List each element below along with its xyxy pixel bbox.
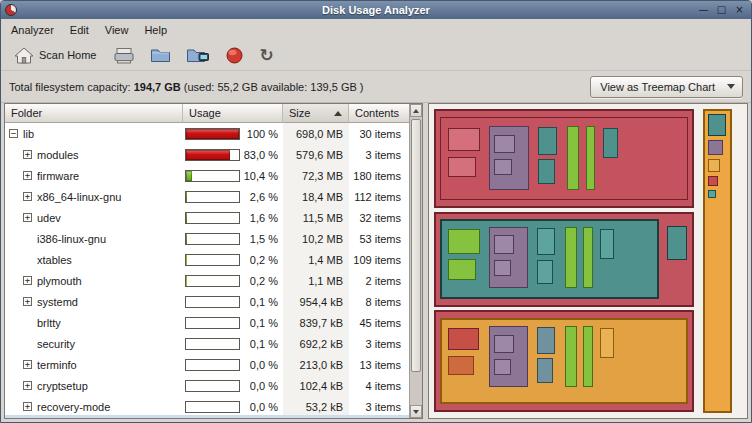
treemap-rect[interactable] [586,126,596,190]
view-as-select[interactable]: View as Treemap Chart [590,76,743,98]
treemap-rect[interactable] [494,359,511,375]
usage-bar [185,338,240,350]
folder-icon [150,47,171,63]
expander-icon[interactable]: + [23,213,32,222]
treemap-rect[interactable] [708,140,723,155]
size-cell: 692,2 kB [283,333,349,354]
table-row[interactable]: +cryptsetup0,0 %102,4 kB4 items [5,375,409,396]
treemap-rect[interactable] [494,260,511,276]
usage-percent: 0,2 % [240,275,278,287]
usage-bar [185,275,240,287]
treemap-rect[interactable] [448,157,476,177]
maximize-button[interactable]: □ [714,3,729,17]
menu-item-analyzer[interactable]: Analyzer [3,21,62,39]
treemap-rect[interactable] [708,190,717,198]
size-cell: 213,0 kB [283,354,349,375]
table-row[interactable]: i386-linux-gnu1,5 %10,2 MB53 items [5,228,409,249]
usage-percent: 1,6 % [240,212,278,224]
table-row[interactable]: xtables0,2 %1,4 MB109 items [5,249,409,270]
column-header-contents[interactable]: Contents [349,104,409,123]
treemap-canvas[interactable] [434,109,742,413]
treemap-rect[interactable] [603,128,617,158]
minimize-button[interactable]: — [696,3,711,17]
treemap-rect[interactable] [494,159,511,175]
folder-name: udev [37,212,61,224]
expander-icon[interactable]: − [9,129,18,138]
menu-item-edit[interactable]: Edit [62,21,97,39]
treemap-rect[interactable] [537,327,555,354]
treemap-rect[interactable] [448,328,479,350]
table-row[interactable]: brltty0,1 %839,7 kB45 items [5,312,409,333]
usage-bar [185,317,240,329]
table-row[interactable]: +x86_64-linux-gnu2,6 %18,4 MB112 items [5,186,409,207]
column-header-folder[interactable]: Folder [5,104,183,123]
treemap-rect[interactable] [583,326,593,387]
sort-ascending-icon [334,111,342,116]
treemap-rect[interactable] [494,335,514,353]
table-row[interactable]: +modules83,0 %579,6 MB3 items [5,144,409,165]
table-row[interactable]: +systemd0,1 %954,4 kB8 items [5,291,409,312]
table-row[interactable]: +recovery-mode0,0 %53,2 kB3 items [5,396,409,417]
treemap-rect[interactable] [538,159,555,183]
treemap-rect[interactable] [537,260,553,284]
folder-cell: +udev [5,207,183,228]
table-row[interactable]: +firmware10,4 %72,3 MB180 items [5,165,409,186]
window-controls: —□× [696,3,747,17]
treemap-rect[interactable] [538,127,556,154]
expander-icon[interactable]: + [23,171,32,180]
refresh-button[interactable]: ↻ [255,45,277,66]
expander-icon[interactable]: + [23,192,32,201]
column-header-size-label: Size [289,107,310,119]
expander-icon[interactable]: + [23,360,32,369]
vertical-scrollbar[interactable] [409,104,422,418]
menu-item-help[interactable]: Help [136,21,175,39]
scroll-up-button[interactable] [410,104,422,117]
treemap-rect[interactable] [537,228,555,255]
scan-remote-folder-button[interactable] [182,45,214,66]
treemap-rect[interactable] [600,229,614,258]
treemap-rect[interactable] [667,226,687,259]
treemap-rect[interactable] [448,128,480,151]
titlebar[interactable]: Disk Usage Analyzer —□× [1,1,751,19]
treemap-rect[interactable] [583,227,593,288]
scan-filesystem-button[interactable] [109,45,139,66]
treemap-rect[interactable] [565,227,577,288]
expander-icon[interactable]: + [23,276,32,285]
expander-icon[interactable]: + [23,381,32,390]
toolbar: Scan Home [1,40,751,71]
treemap-rect[interactable] [708,176,718,186]
treemap-rect[interactable] [600,328,614,357]
treemap-rect[interactable] [565,326,577,387]
scan-folder-button[interactable] [146,45,175,65]
column-header-usage[interactable]: Usage [183,104,283,123]
treemap-rect[interactable] [448,259,476,280]
treemap-rect[interactable] [494,235,514,253]
scrollbar-thumb[interactable] [411,119,421,372]
table-row[interactable]: security0,1 %692,2 kB3 items [5,333,409,354]
expander-icon[interactable]: + [23,402,32,411]
table-row[interactable]: −lib100 %698,0 MB30 items [5,123,409,144]
column-header-usage-label: Usage [189,107,221,119]
scroll-down-button[interactable] [410,405,422,418]
table-row[interactable]: +terminfo0,0 %213,0 kB13 items [5,354,409,375]
treemap-rect[interactable] [567,126,579,190]
table-row[interactable]: +udev1,6 %11,5 MB32 items [5,207,409,228]
column-header-size[interactable]: Size [283,104,349,123]
close-button[interactable]: × [732,3,747,17]
treemap-rect[interactable] [494,135,514,153]
menu-item-view[interactable]: View [97,21,137,39]
scan-home-button[interactable]: Scan Home [8,45,102,66]
expander-icon[interactable]: + [23,297,32,306]
expander-icon[interactable]: + [23,150,32,159]
treemap-rect[interactable] [448,229,480,253]
treemap-rect[interactable] [708,159,721,172]
treemap-rect[interactable] [448,356,474,375]
remote-folder-icon [186,47,210,64]
stop-scan-button[interactable] [221,44,248,67]
treemap-rect[interactable] [537,358,553,382]
treemap-rect[interactable] [708,114,726,135]
folder-cell: +systemd [5,291,183,312]
table-row[interactable]: +plymouth0,2 %1,1 MB2 items [5,270,409,291]
size-cell: 698,0 MB [283,123,349,144]
scrollbar-track[interactable] [410,117,422,405]
